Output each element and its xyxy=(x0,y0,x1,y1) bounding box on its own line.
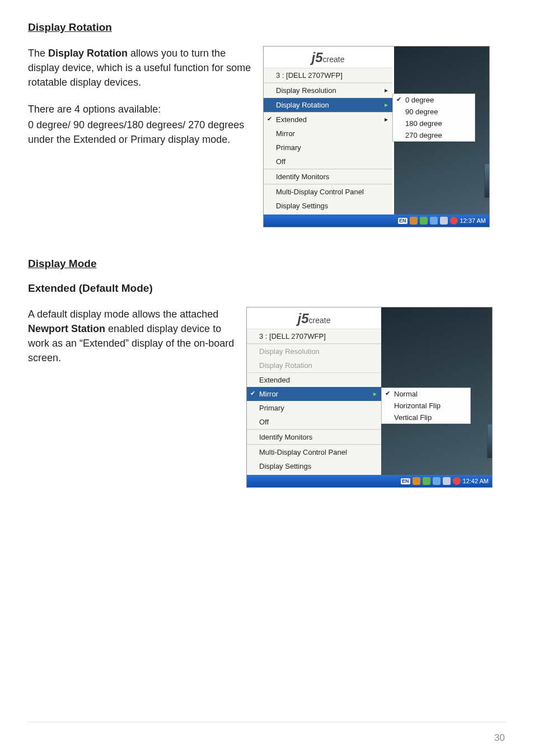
tray-icon-3[interactable] xyxy=(440,217,448,225)
page-number: 30 xyxy=(494,732,505,744)
context-menu-2: j5create 3 : [DELL 2707WFP] Display Reso… xyxy=(247,307,381,475)
p1-pre: The xyxy=(28,48,48,59)
menu-item-off[interactable]: Off xyxy=(264,155,392,169)
menu-item-title[interactable]: 3 : [DELL 2707WFP] xyxy=(264,68,392,82)
menu-item-primary[interactable]: Primary xyxy=(264,141,392,155)
tray-icon-1b[interactable] xyxy=(413,477,420,485)
sub-item-normal[interactable]: Normal xyxy=(382,388,470,400)
menu-item-settings-2[interactable]: Display Settings xyxy=(247,459,381,475)
tray-icon-3b[interactable] xyxy=(443,477,451,485)
s2-p1-pre: A default display mode allows the attach… xyxy=(28,309,218,320)
sub-item-0deg[interactable]: 0 degree xyxy=(393,94,475,106)
footer-divider xyxy=(28,722,506,722)
s2-p1-bold: Newport Station xyxy=(28,323,105,334)
logo-j5: j5 xyxy=(312,50,323,65)
context-menu: j5create 3 : [DELL 2707WFP] Display Reso… xyxy=(264,46,392,214)
volume-icon[interactable] xyxy=(430,217,438,225)
menu-item-mirror-2[interactable]: Mirror xyxy=(247,387,381,401)
screenshot-mode: j5create 3 : [DELL 2707WFP] Display Reso… xyxy=(246,307,493,488)
tray-icon-4[interactable] xyxy=(450,217,458,225)
sub-item-hflip[interactable]: Horizontal Flip xyxy=(382,400,470,412)
tray-icon-4b[interactable] xyxy=(453,477,461,485)
taskbar-2: EN 12:42 AM xyxy=(247,475,492,487)
logo-j5-2: j5 xyxy=(298,311,309,326)
menu-item-rotation[interactable]: Display Rotation xyxy=(264,97,392,112)
logo-create: create xyxy=(323,55,345,64)
menu-item-identify-2[interactable]: Identify Monitors xyxy=(247,430,381,444)
menu-logo-2: j5create xyxy=(247,307,381,329)
menu-item-mirror[interactable]: Mirror xyxy=(264,127,392,141)
taskbar-lang[interactable]: EN xyxy=(398,218,407,224)
sub-item-vflip[interactable]: Vertical Flip xyxy=(382,412,470,423)
menu-item-title-2[interactable]: 3 : [DELL 2707WFP] xyxy=(247,329,381,343)
screenshot-rotation: j5create 3 : [DELL 2707WFP] Display Reso… xyxy=(263,46,490,227)
volume-icon-b[interactable] xyxy=(433,477,441,485)
p1-bold: Display Rotation xyxy=(48,48,128,59)
menu-item-multi-2[interactable]: Multi-Display Control Panel xyxy=(247,445,381,459)
taskbar-clock-2[interactable]: 12:42 AM xyxy=(463,478,489,484)
p2: There are 4 options available: xyxy=(28,102,252,116)
subheading-extended: Extended (Default Mode) xyxy=(28,282,506,295)
menu-item-identify[interactable]: Identify Monitors xyxy=(264,169,392,184)
menu-item-extended-2[interactable]: Extended xyxy=(247,373,381,387)
section1-text: The Display Rotation allows you to turn … xyxy=(28,46,252,160)
taskbar: EN 12:37 AM xyxy=(264,214,489,227)
menu-item-primary-2[interactable]: Primary xyxy=(247,401,381,415)
section-heading-rotation: Display Rotation xyxy=(28,21,506,34)
menu-item-extended[interactable]: Extended xyxy=(264,113,392,127)
menu-item-off-2[interactable]: Off xyxy=(247,415,381,429)
p3: 0 degree/ 90 degrees/180 degrees/ 270 de… xyxy=(28,118,252,147)
section-heading-mode: Display Mode xyxy=(28,258,506,270)
menu-item-resolution-2: Display Resolution xyxy=(247,344,381,358)
menu-item-settings[interactable]: Display Settings xyxy=(264,199,392,214)
tray-icon-2[interactable] xyxy=(420,217,428,225)
tray-icon-2b[interactable] xyxy=(423,477,430,485)
menu-item-resolution[interactable]: Display Resolution xyxy=(264,83,392,97)
taskbar-clock[interactable]: 12:37 AM xyxy=(460,217,486,224)
submenu-mirror: Normal Horizontal Flip Vertical Flip xyxy=(381,388,471,424)
logo-create-2: create xyxy=(309,316,331,325)
menu-item-multi[interactable]: Multi-Display Control Panel xyxy=(264,184,392,199)
taskbar-lang-2[interactable]: EN xyxy=(401,478,410,484)
menu-logo: j5create xyxy=(264,46,392,68)
section2-text: A default display mode allows the attach… xyxy=(28,307,235,377)
sub-item-270deg[interactable]: 270 degree xyxy=(393,129,475,141)
submenu-rotation: 0 degree 90 degree 180 degree 270 degree xyxy=(392,94,475,142)
tray-icon-1[interactable] xyxy=(410,217,418,225)
sub-item-180deg[interactable]: 180 degree xyxy=(393,118,475,129)
sub-item-90deg[interactable]: 90 degree xyxy=(393,106,475,118)
menu-item-rotation-2: Display Rotation xyxy=(247,358,381,372)
